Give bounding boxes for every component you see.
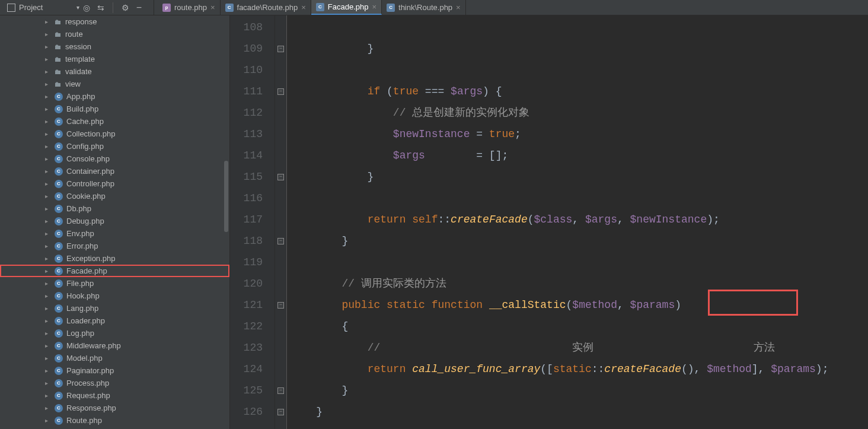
gear-icon[interactable]: ⚙	[122, 3, 129, 12]
fold-toggle-icon[interactable]	[275, 294, 286, 316]
tree-item[interactable]: ▸CController.php	[0, 177, 229, 190]
tree-arrow-icon[interactable]: ▸	[45, 367, 51, 374]
code-line[interactable]	[287, 252, 868, 273]
tree-item[interactable]: ▸CException.php	[0, 252, 229, 265]
tree-arrow-icon[interactable]: ▸	[45, 205, 51, 212]
tree-item[interactable]: ▸CConsole.php	[0, 152, 229, 165]
code-line[interactable]	[287, 422, 868, 429]
tree-arrow-icon[interactable]: ▸	[45, 355, 51, 361]
code-line[interactable]: }	[287, 380, 868, 401]
tree-item[interactable]: ▸CCookie.php	[0, 190, 229, 202]
tree-item[interactable]: ▸CProcess.php	[0, 377, 229, 389]
tree-arrow-icon[interactable]: ▸	[45, 143, 51, 150]
tree-arrow-icon[interactable]: ▸	[45, 330, 51, 336]
tree-item[interactable]: ▸CCollection.php	[0, 128, 229, 140]
tree-arrow-icon[interactable]: ▸	[45, 68, 51, 75]
tree-arrow-icon[interactable]: ▸	[45, 317, 51, 324]
tree-arrow-icon[interactable]: ▸	[45, 118, 51, 125]
tree-item[interactable]: ▸🖿validate	[0, 65, 229, 78]
tree-arrow-icon[interactable]: ▸	[45, 293, 51, 299]
code-line[interactable]	[287, 59, 868, 81]
code-line[interactable]	[287, 17, 868, 38]
tree-arrow-icon[interactable]: ▸	[45, 93, 51, 100]
close-icon[interactable]: ×	[210, 3, 215, 12]
tree-arrow-icon[interactable]: ▸	[45, 43, 51, 50]
tree-arrow-icon[interactable]: ▸	[45, 193, 51, 199]
tree-item[interactable]: ▸CLog.php	[0, 327, 229, 339]
tree-arrow-icon[interactable]: ▸	[45, 380, 51, 386]
tree-arrow-icon[interactable]: ▸	[45, 56, 51, 62]
fold-toggle-icon[interactable]	[275, 230, 286, 252]
code-line[interactable]: $args = [];	[287, 145, 868, 166]
hide-icon[interactable]: −	[136, 2, 142, 13]
tree-item[interactable]: ▸🖿response	[0, 15, 229, 28]
editor-tab[interactable]: Cthink\Route.php×	[382, 0, 466, 15]
tree-item[interactable]: ▸CMiddleware.php	[0, 339, 229, 352]
tree-arrow-icon[interactable]: ▸	[45, 180, 51, 187]
close-icon[interactable]: ×	[372, 2, 376, 11]
editor-tab[interactable]: Cfacade\Route.php×	[221, 0, 311, 15]
tree-item[interactable]: ▸🖿view	[0, 78, 229, 90]
target-icon[interactable]: ◎	[83, 3, 90, 12]
tree-item[interactable]: ▸CDebug.php	[0, 215, 229, 227]
tree-item[interactable]: ▸🖿route	[0, 28, 229, 40]
tree-arrow-icon[interactable]: ▸	[45, 417, 51, 424]
tree-arrow-icon[interactable]: ▸	[45, 155, 51, 162]
tree-arrow-icon[interactable]: ▸	[45, 31, 51, 37]
tree-item[interactable]: ▸CLang.php	[0, 302, 229, 314]
code-line[interactable]: }	[287, 38, 868, 59]
code-line[interactable]: }	[287, 401, 868, 422]
tree-item[interactable]: ▸CRoute.php	[0, 414, 229, 427]
close-icon[interactable]: ×	[456, 3, 461, 12]
tree-arrow-icon[interactable]: ▸	[45, 81, 51, 87]
tree-item[interactable]: ▸CError.php	[0, 240, 229, 252]
code-line[interactable]: {	[287, 316, 868, 337]
tree-item[interactable]: ▸CPaginator.php	[0, 364, 229, 377]
tree-item[interactable]: ▸CCache.php	[0, 115, 229, 128]
tree-arrow-icon[interactable]: ▸	[45, 243, 51, 249]
tree-item[interactable]: ▸CContainer.php	[0, 165, 229, 177]
collapse-icon[interactable]: ⇆	[97, 3, 104, 12]
code-line[interactable]: $newInstance = true;	[287, 123, 868, 145]
code-editor[interactable]: 1081091101111121131141151161171181191201…	[230, 15, 868, 429]
tree-item[interactable]: ▸CRequest.php	[0, 389, 229, 402]
tree-arrow-icon[interactable]: ▸	[45, 218, 51, 224]
code-line[interactable]: return call_user_func_array([static::cre…	[287, 358, 868, 380]
tree-arrow-icon[interactable]: ▸	[45, 342, 51, 349]
tree-item[interactable]: ▸CDb.php	[0, 202, 229, 215]
code-line[interactable]: return self::createFacade($class, $args,…	[287, 209, 868, 230]
tree-item[interactable]: ▸CHook.php	[0, 290, 229, 302]
tree-arrow-icon[interactable]: ▸	[45, 305, 51, 312]
tree-arrow-icon[interactable]: ▸	[45, 106, 51, 112]
fold-toggle-icon[interactable]	[275, 38, 286, 59]
code-line[interactable]: // 总是创建新的实例化对象	[287, 102, 868, 123]
tree-item[interactable]: ▸🖿session	[0, 40, 229, 53]
tree-arrow-icon[interactable]: ▸	[45, 392, 51, 399]
tree-item[interactable]: ▸CEnv.php	[0, 227, 229, 240]
tree-arrow-icon[interactable]: ▸	[45, 280, 51, 287]
editor-tab[interactable]: proute.php×	[158, 0, 221, 15]
tree-item[interactable]: ▸CModel.php	[0, 352, 229, 364]
tree-item[interactable]: ▸CFile.php	[0, 277, 229, 290]
tree-arrow-icon[interactable]: ▸	[45, 230, 51, 237]
tree-item[interactable]: ▸CResponse.php	[0, 402, 229, 414]
tree-arrow-icon[interactable]: ▸	[45, 131, 51, 137]
code-line[interactable]: }	[287, 230, 868, 252]
tree-item[interactable]: ▸CConfig.php	[0, 140, 229, 152]
project-panel-header[interactable]: Project ▾ ◎ ⇆ ⚙ −	[0, 0, 154, 15]
tree-arrow-icon[interactable]: ▸	[45, 405, 51, 411]
tree-item[interactable]: ▸🖿template	[0, 53, 229, 65]
fold-toggle-icon[interactable]	[275, 166, 286, 188]
tree-item[interactable]: ▸CApp.php	[0, 90, 229, 103]
tree-arrow-icon[interactable]: ▸	[45, 255, 51, 262]
tree-item[interactable]: ▸CLoader.php	[0, 314, 229, 327]
code-area[interactable]: } if (true === $args) { // 总是创建新的实例化对象 $…	[287, 15, 868, 429]
code-line[interactable]: // 实例 方法	[287, 337, 868, 358]
tree-item[interactable]: ▸CFacade.php	[0, 265, 229, 277]
code-line[interactable]: public static function __callStatic($met…	[287, 294, 868, 316]
tree-arrow-icon[interactable]: ▸	[45, 268, 51, 274]
code-line[interactable]: if (true === $args) {	[287, 81, 868, 102]
fold-toggle-icon[interactable]	[275, 380, 286, 401]
tree-arrow-icon[interactable]: ▸	[45, 168, 51, 174]
code-line[interactable]	[287, 188, 868, 209]
